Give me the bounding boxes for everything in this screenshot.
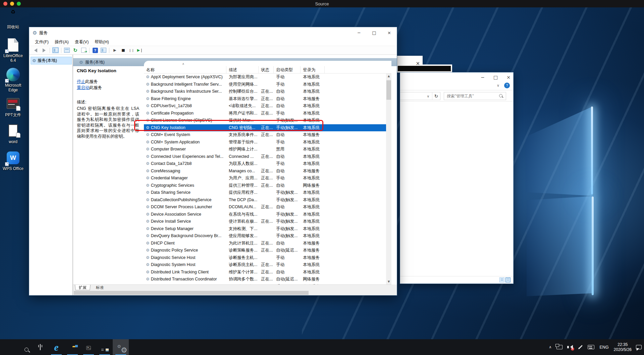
back-icon[interactable] — [32, 47, 40, 54]
service-row[interactable]: ⚙Background Tasks Infrastructure Ser...控… — [144, 88, 386, 95]
service-row[interactable]: ⚙Computer Browser维护网络上计...禁用本地系统 — [144, 146, 386, 153]
service-row[interactable]: ⚙DataCollectionPublishingServiceThe DCP … — [144, 196, 386, 204]
address-bar[interactable]: ∨ ↻ — [400, 92, 440, 100]
volume-muted-icon[interactable]: × — [567, 345, 573, 350]
service-gear-icon: ⚙ — [146, 247, 150, 254]
maximize-icon[interactable]: □ — [493, 75, 498, 80]
desktop-icon-ppt-file[interactable]: PPT文件 — [0, 97, 26, 117]
service-row[interactable]: ⚙COM+ Event System支持系统事件...正在...自动本地服务 — [144, 131, 386, 139]
service-row[interactable]: ⚙CDPUserSvc_1a72b8<读取描述失...正在...自动本地系统 — [144, 102, 386, 110]
restart-service-link[interactable]: 重启动 — [77, 85, 90, 90]
scroll-down-icon[interactable]: ▼ — [386, 279, 391, 284]
search-input[interactable] — [444, 94, 499, 98]
menu-查看[interactable]: 查看(V) — [72, 39, 92, 45]
internet-explorer-button[interactable]: e — [48, 339, 64, 355]
column-header-4[interactable]: 登录为 — [301, 66, 325, 74]
desktop-icon-recycle-bin[interactable]: ♻回收站 — [0, 9, 26, 29]
service-row[interactable]: ⚙AppX Deployment Service (AppXSVC)为部署应用商… — [144, 74, 386, 81]
forward-icon[interactable] — [40, 47, 48, 54]
refresh-icon[interactable]: ↻ — [71, 47, 79, 54]
service-row[interactable]: ⚙Contact Data_1a72b8为联系人数据...手动本地系统 — [144, 160, 386, 168]
desktop-icon-microsoft-edge[interactable]: ↗Microsoft Edge — [0, 67, 26, 92]
large-icons-view-icon[interactable] — [505, 277, 511, 282]
service-row[interactable]: ⚙Base Filtering Engine基本筛选引擎...正在...自动本地… — [144, 95, 386, 103]
close-icon[interactable]: × — [382, 27, 397, 39]
minimize-icon[interactable]: − — [352, 27, 367, 39]
service-row[interactable]: ⚙Certificate Propagation将用户证书和...正在...手动… — [144, 110, 386, 117]
search-icon[interactable] — [499, 94, 503, 98]
tray-expand-icon[interactable]: ∧ — [549, 345, 551, 349]
service-row[interactable]: ⚙Diagnostic Policy Service诊断策略服务...正在...… — [144, 247, 386, 254]
service-row[interactable]: ⚙Diagnostic System Host诊断系统主机...正在...手动本… — [144, 261, 386, 269]
help-icon[interactable]: ? — [504, 83, 510, 88]
service-gear-icon: ⚙ — [146, 81, 150, 88]
show-console-tree-icon[interactable] — [52, 47, 59, 54]
menu-帮助[interactable]: 帮助(H) — [92, 39, 112, 45]
start-button[interactable] — [0, 339, 16, 355]
column-header-1[interactable]: 描述 — [226, 66, 259, 74]
desktop-icon-libreoffice[interactable]: ↗LibreOffice 6.4 — [0, 38, 26, 63]
address-dropdown-icon[interactable]: ∨ — [424, 94, 432, 98]
help-icon[interactable]: ? — [91, 47, 99, 54]
services-titlebar[interactable]: ⚙ 服务 − □ × — [29, 27, 397, 39]
minimize-icon[interactable]: − — [481, 75, 485, 80]
service-row[interactable]: ⚙Credential Manager为用户、应用...正在...手动本地系统 — [144, 175, 386, 182]
service-desc-cell: 使应用能够发... — [226, 232, 259, 240]
service-row[interactable]: ⚙CoreMessagingManages co...正在...自动本地服务 — [144, 168, 386, 175]
service-row[interactable]: ⚙DCOM Server Process LauncherDCOMLAUN...… — [144, 204, 386, 211]
start-service-icon[interactable]: ▶ — [111, 47, 119, 54]
maximize-icon[interactable]: □ — [367, 27, 382, 39]
tree-item-services-local[interactable]: ⚙ 服务(本地) — [31, 57, 72, 64]
tab-扩展[interactable]: 扩展 — [75, 285, 91, 290]
service-row[interactable]: ⚙COM+ System Application管理基于组件...手动本地系统 — [144, 139, 386, 146]
service-row[interactable]: ⚙Diagnostic Service Host诊断服务主机...手动本地服务 — [144, 254, 386, 262]
column-header-2[interactable]: 状态 — [259, 66, 274, 74]
vertical-scrollbar[interactable]: ▲ ▼ — [386, 74, 391, 284]
properties-icon[interactable] — [63, 47, 71, 54]
export-list-icon[interactable] — [80, 47, 88, 54]
desktop-icon-wps-office[interactable]: W↗WPS Office — [0, 150, 26, 171]
service-row[interactable]: ⚙Device Install Service使计算机在极...正在...手动(… — [144, 218, 386, 225]
ink-workspace-icon[interactable] — [578, 345, 582, 349]
service-row[interactable]: ⚙Data Sharing Service提供应用程序...手动(触发...本地… — [144, 189, 386, 196]
stop-service-link[interactable]: 停止 — [77, 79, 85, 84]
language-indicator[interactable]: ENG — [597, 345, 612, 350]
menu-文件[interactable]: 文件(F) — [32, 39, 52, 45]
search-button[interactable] — [16, 339, 32, 355]
extended-view-icon[interactable] — [100, 47, 107, 54]
pause-service-icon[interactable]: ❘❘ — [128, 47, 136, 54]
stop-service-icon[interactable]: ■ — [119, 47, 127, 54]
service-row[interactable]: ⚙Connected User Experiences and Tel...Co… — [144, 153, 386, 161]
close-icon[interactable]: × — [506, 75, 511, 80]
clock[interactable]: 22:35 2020/5/26 — [612, 342, 634, 352]
action-center-icon[interactable] — [636, 345, 642, 349]
column-header-0[interactable]: 名称 — [144, 66, 226, 74]
file-explorer-button[interactable] — [64, 339, 80, 355]
scroll-up-icon[interactable]: ▲ — [386, 74, 391, 79]
menu-操作[interactable]: 操作(A) — [52, 39, 72, 45]
presentation-button[interactable] — [97, 339, 113, 355]
refresh-icon[interactable]: ↻ — [432, 92, 440, 100]
network-icon[interactable] — [556, 345, 562, 349]
service-row[interactable]: ⚙Distributed Link Tracking Client维护某个计算.… — [144, 269, 386, 276]
column-header-3[interactable]: 启动类型 — [274, 66, 301, 74]
scrollbar-thumb[interactable] — [386, 80, 391, 100]
restart-service-icon[interactable]: ▶❘ — [136, 47, 144, 54]
scrollbar-thumb[interactable] — [74, 291, 309, 295]
ribbon-collapse-icon[interactable]: ∨ — [497, 83, 499, 88]
services-button[interactable] — [113, 339, 129, 355]
service-row[interactable]: ⚙Distributed Transaction Coordinator协调跨多… — [144, 276, 386, 283]
tab-标准[interactable]: 标准 — [93, 285, 107, 291]
command-prompt-button[interactable]: >_ — [80, 339, 97, 355]
service-row[interactable]: ⚙DHCP Client为此计算机注...正在...自动本地服务 — [144, 240, 386, 247]
service-row[interactable]: ⚙Device Association Service在系统与有线...手动(触… — [144, 211, 386, 218]
service-row[interactable]: ⚙DevQuery Background Discovery Br...使应用能… — [144, 232, 386, 240]
service-row[interactable]: ⚙Background Intelligent Transfer Serv...… — [144, 81, 386, 88]
horizontal-scrollbar[interactable] — [73, 291, 391, 295]
details-view-icon[interactable] — [499, 277, 504, 282]
task-view-button[interactable] — [32, 339, 48, 355]
desktop-icon-word[interactable]: word — [0, 124, 26, 144]
service-row[interactable]: ⚙Cryptographic Services提供三种管理...正在...自动网… — [144, 182, 386, 189]
touch-keyboard-icon[interactable] — [588, 345, 594, 349]
service-row[interactable]: ⚙Device Setup Manager支持检测、下...手动(触发...本地… — [144, 225, 386, 233]
